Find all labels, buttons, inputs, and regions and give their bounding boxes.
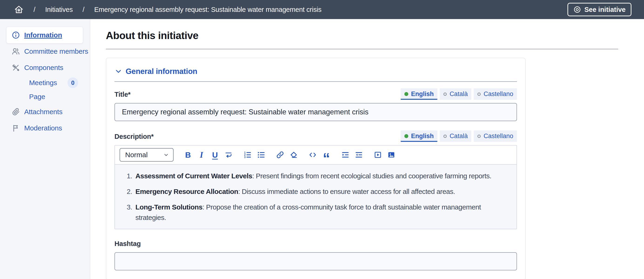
- language-tab-catala[interactable]: Català: [440, 130, 471, 142]
- italic-button[interactable]: I: [196, 149, 207, 160]
- underline-icon: U: [212, 151, 218, 159]
- breadcrumb-current-page: Emergency regional assembly request: Sus…: [94, 6, 322, 13]
- flag-icon: [12, 124, 20, 132]
- video-button[interactable]: [372, 149, 384, 160]
- topbar: / Initiatives / Emergency regional assem…: [0, 0, 644, 19]
- general-information-card: General information Title* English Catal…: [106, 58, 526, 279]
- heading-divider: [106, 49, 618, 49]
- list-item-text: : Present findings from recent ecologica…: [252, 172, 492, 180]
- breadcrumb-separator: /: [34, 5, 35, 13]
- eraser-button[interactable]: [288, 149, 299, 160]
- list-item-bold-text: Long-Term Solutions: [136, 203, 202, 211]
- info-icon: [12, 31, 20, 39]
- description-label: Description*: [114, 133, 154, 142]
- language-complete-dot-icon: [404, 134, 408, 138]
- language-empty-circle-icon: [478, 92, 481, 96]
- sidebar-item-moderations[interactable]: Moderations: [0, 120, 90, 136]
- sidebar-item-label: Moderations: [24, 124, 62, 132]
- language-tab-castellano[interactable]: Castellano: [474, 130, 517, 142]
- language-tab-catala[interactable]: Català: [440, 88, 471, 100]
- code-view-button[interactable]: [307, 149, 318, 160]
- title-label: Title*: [114, 91, 130, 100]
- description-rich-text-editor: Normal B I U: [114, 145, 517, 229]
- language-tab-label: Castellano: [484, 133, 513, 140]
- link-button[interactable]: [274, 149, 286, 160]
- toolbar-group-lists: 1 2 3: [242, 149, 267, 160]
- underline-button[interactable]: U: [210, 149, 220, 160]
- toolbar-group-link: [274, 149, 299, 160]
- general-information-toggle[interactable]: General information: [114, 66, 197, 76]
- editor-content-area[interactable]: Assessment of Current Water Levels: Pres…: [115, 165, 516, 229]
- sidebar-item-attachments[interactable]: Attachments: [0, 104, 90, 120]
- italic-icon: I: [200, 151, 203, 159]
- sidebar-item-committee-members[interactable]: Committee members: [0, 43, 90, 59]
- bold-button[interactable]: B: [182, 149, 194, 160]
- hashtag-field-row: Hashtag: [114, 240, 517, 249]
- list-item: Long-Term Solutions: Propose the creatio…: [134, 202, 511, 223]
- breadcrumb-initiatives-link[interactable]: Initiatives: [45, 6, 73, 13]
- list-item-bold-text: Emergency Resource Allocation: [136, 188, 238, 195]
- language-tab-label: Català: [450, 90, 468, 98]
- meetings-count-badge: 0: [68, 77, 78, 88]
- sidebar-item-components[interactable]: Components: [0, 59, 90, 76]
- see-initiative-button[interactable]: See initiative: [568, 3, 632, 16]
- sidebar-item-meetings[interactable]: Meetings 0: [0, 76, 90, 90]
- indent-increase-button[interactable]: [340, 149, 351, 160]
- svg-text:3: 3: [244, 156, 246, 159]
- toolbar-group-indent: [340, 149, 364, 160]
- title-input[interactable]: [114, 103, 517, 121]
- ordered-list-button[interactable]: 1 2 3: [242, 149, 253, 160]
- sidebar-subitem-label: Meetings: [29, 79, 57, 87]
- sidebar-item-label: Attachments: [24, 108, 62, 116]
- bold-icon: B: [185, 151, 191, 159]
- list-item-bold-text: Assessment of Current Water Levels: [136, 172, 252, 180]
- chevron-down-icon: [115, 68, 122, 75]
- language-tab-castellano[interactable]: Castellano: [474, 88, 517, 100]
- toolbar-group-media: [372, 149, 397, 160]
- language-tab-english[interactable]: English: [401, 88, 438, 100]
- hashtag-input[interactable]: [114, 252, 517, 271]
- title-field-row: Title* English Català Castellano: [114, 88, 517, 100]
- indent-decrease-button[interactable]: [353, 149, 364, 160]
- paragraph-format-value: Normal: [125, 151, 148, 159]
- sidebar-item-page[interactable]: Page: [0, 90, 90, 104]
- blockquote-button[interactable]: “: [320, 149, 332, 160]
- toolbar-group-text-style: B I U: [182, 149, 234, 160]
- editor-toolbar: Normal B I U: [115, 146, 516, 165]
- code-icon: [308, 151, 317, 159]
- indent-increase-icon: [341, 151, 350, 159]
- language-selector: English Català Castellano: [401, 88, 517, 100]
- paperclip-icon: [12, 108, 20, 116]
- language-empty-circle-icon: [444, 92, 447, 96]
- sidebar-item-label: Information: [24, 31, 62, 39]
- language-tab-label: English: [411, 90, 434, 98]
- section-divider: [114, 81, 517, 82]
- description-ordered-list: Assessment of Current Water Levels: Pres…: [115, 171, 511, 223]
- see-initiative-label: See initiative: [584, 6, 626, 13]
- list-item: Assessment of Current Water Levels: Pres…: [134, 171, 511, 181]
- toolbar-group-blocks: “: [307, 149, 332, 160]
- language-tab-english[interactable]: English: [401, 130, 438, 142]
- image-icon: [387, 151, 396, 159]
- sidebar-subitem-label: Page: [29, 93, 45, 101]
- language-complete-dot-icon: [404, 92, 408, 96]
- sidebar-item-label: Committee members: [24, 47, 88, 55]
- sidebar: Information Committee members Components…: [0, 19, 90, 279]
- language-empty-circle-icon: [444, 135, 447, 138]
- admin-home-link[interactable]: [14, 5, 24, 14]
- tools-icon: [12, 63, 20, 72]
- chevron-down-icon: [163, 152, 169, 158]
- page-title: About this initiative: [106, 30, 618, 41]
- image-button[interactable]: [386, 149, 397, 160]
- sidebar-item-label: Components: [24, 64, 63, 72]
- line-break-button[interactable]: [223, 149, 234, 160]
- sidebar-item-information[interactable]: Information: [6, 27, 83, 43]
- unordered-list-icon: [257, 151, 265, 159]
- video-icon: [374, 151, 382, 159]
- breadcrumb-separator: /: [82, 5, 84, 13]
- list-item-text: : Discuss immediate actions to ensure wa…: [238, 188, 455, 195]
- breadcrumb: / Initiatives / Emergency regional assem…: [14, 5, 322, 14]
- hashtag-label: Hashtag: [114, 240, 141, 249]
- paragraph-format-dropdown[interactable]: Normal: [120, 148, 174, 162]
- unordered-list-button[interactable]: [256, 149, 267, 160]
